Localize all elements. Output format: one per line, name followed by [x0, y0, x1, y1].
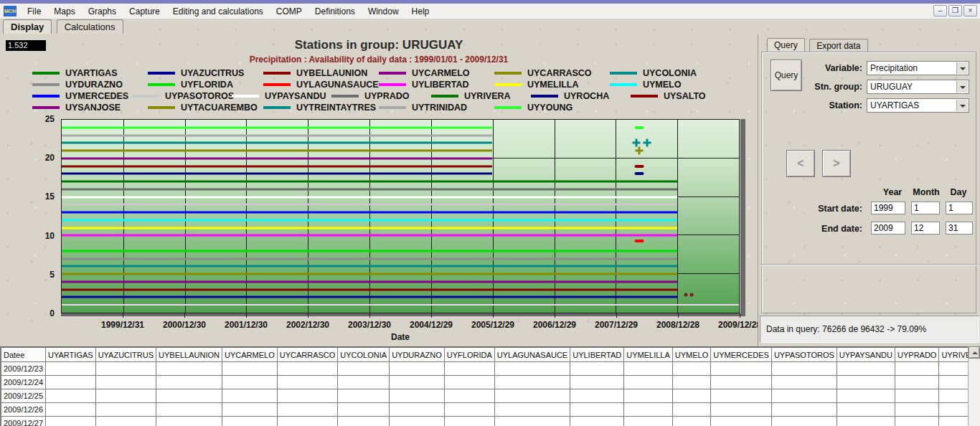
cell[interactable] [444, 362, 494, 376]
cell[interactable] [95, 376, 156, 389]
end-day-input[interactable] [946, 222, 973, 235]
cell[interactable] [338, 403, 390, 417]
start-year-input[interactable] [871, 202, 905, 214]
menu-item-capture[interactable]: Capture [123, 4, 166, 19]
column-header-uycarrasco[interactable]: UYCARRASCO [277, 348, 338, 362]
scroll-up-icon[interactable] [969, 346, 980, 359]
cell[interactable] [390, 389, 445, 403]
menu-item-help[interactable]: Help [405, 4, 436, 19]
cell[interactable] [95, 403, 156, 417]
cell[interactable] [444, 403, 494, 417]
restore-button[interactable]: ❐ [948, 5, 962, 16]
previous-button[interactable]: < [786, 150, 815, 177]
cell[interactable] [338, 389, 390, 403]
column-header-uypaysandu[interactable]: UYPAYSANDU [837, 348, 895, 362]
chevron-down-icon[interactable] [956, 100, 968, 111]
cell[interactable] [95, 389, 156, 403]
cell[interactable] [277, 417, 338, 426]
cell[interactable] [771, 403, 837, 417]
menu-item-file[interactable]: File [21, 4, 47, 19]
column-header-uylibertad[interactable]: UYLIBERTAD [570, 348, 624, 362]
start-day-input[interactable] [946, 202, 973, 214]
station-group-select[interactable]: URUGUAY [867, 80, 969, 94]
cell[interactable] [570, 403, 624, 417]
cell[interactable] [672, 362, 710, 376]
column-header-uydurazno[interactable]: UYDURAZNO [390, 348, 445, 362]
cell[interactable] [338, 417, 390, 426]
cell[interactable] [837, 376, 895, 389]
cell[interactable] [672, 376, 710, 389]
cell[interactable] [338, 362, 390, 376]
cell[interactable] [46, 389, 96, 403]
cell[interactable] [46, 362, 96, 376]
cell-date[interactable]: 2009/12/27 [1, 417, 46, 426]
cell[interactable] [895, 389, 939, 403]
cell[interactable] [390, 362, 445, 376]
cell[interactable] [277, 376, 338, 389]
cell[interactable] [711, 389, 772, 403]
column-header-uyprado[interactable]: UYPRADO [895, 348, 939, 362]
column-header-uypasotoros[interactable]: UYPASOTOROS [771, 348, 837, 362]
column-header-uyazucitrus[interactable]: UYAZUCITRUS [95, 348, 156, 362]
cell[interactable] [624, 403, 673, 417]
menu-item-graphs[interactable]: Graphs [82, 4, 123, 19]
cell[interactable] [156, 376, 222, 389]
cell[interactable] [444, 376, 494, 389]
cell[interactable] [771, 389, 837, 403]
column-header-uyartigas[interactable]: UYARTIGAS [46, 348, 96, 362]
cell[interactable] [837, 389, 895, 403]
cell-date[interactable]: 2009/12/24 [1, 376, 46, 389]
variable-select[interactable]: Precipitation [867, 61, 969, 75]
cell[interactable] [46, 417, 96, 426]
cell[interactable] [771, 376, 837, 389]
close-button[interactable]: × [963, 5, 977, 16]
column-header-datee[interactable]: Datee [1, 348, 46, 362]
cell[interactable] [390, 403, 445, 417]
cell[interactable] [624, 362, 673, 376]
cell[interactable] [222, 417, 278, 426]
column-header-uymercedes[interactable]: UYMERCEDES [711, 348, 772, 362]
cell[interactable] [570, 389, 624, 403]
cell[interactable] [156, 362, 222, 376]
grid-scrollbar[interactable] [968, 346, 980, 426]
cell-date[interactable]: 2009/12/25 [1, 389, 46, 403]
cell[interactable] [46, 376, 96, 389]
cell[interactable] [711, 362, 772, 376]
menu-item-comp[interactable]: COMP [270, 4, 308, 19]
cell[interactable] [95, 417, 156, 426]
tab-export-data[interactable]: Export data [809, 39, 867, 52]
chevron-down-icon[interactable] [956, 81, 968, 93]
cell[interactable] [672, 389, 710, 403]
cell[interactable] [771, 417, 837, 426]
cell[interactable] [156, 417, 222, 426]
menu-item-maps[interactable]: Maps [47, 4, 81, 19]
end-year-input[interactable] [871, 222, 905, 235]
cell[interactable] [390, 417, 445, 426]
cell[interactable] [494, 389, 570, 403]
cell[interactable] [390, 376, 445, 389]
column-header-uyflorida[interactable]: UYFLORIDA [444, 348, 494, 362]
cell[interactable] [444, 417, 494, 426]
column-header-uycarmelo[interactable]: UYCARMELO [222, 348, 278, 362]
cell[interactable] [624, 417, 673, 426]
cell[interactable] [711, 403, 772, 417]
cell-date[interactable]: 2009/12/23 [1, 362, 46, 376]
chevron-down-icon[interactable] [956, 62, 968, 74]
cell[interactable] [672, 417, 710, 426]
start-month-input[interactable] [911, 202, 940, 214]
column-header-uymelilla[interactable]: UYMELILLA [624, 348, 673, 362]
station-select[interactable]: UYARTIGAS [867, 98, 969, 113]
cell[interactable] [277, 389, 338, 403]
cell[interactable] [222, 403, 278, 417]
cell[interactable] [837, 403, 895, 417]
cell[interactable] [277, 362, 338, 376]
menu-item-window[interactable]: Window [362, 4, 405, 19]
minimize-button[interactable]: – [933, 5, 947, 16]
cell[interactable] [494, 376, 570, 389]
cell[interactable] [837, 362, 895, 376]
cell[interactable] [570, 417, 624, 426]
next-button[interactable]: > [822, 150, 851, 177]
cell[interactable] [222, 376, 278, 389]
cell[interactable] [672, 403, 710, 417]
menu-item-definitions[interactable]: Definitions [308, 4, 362, 19]
